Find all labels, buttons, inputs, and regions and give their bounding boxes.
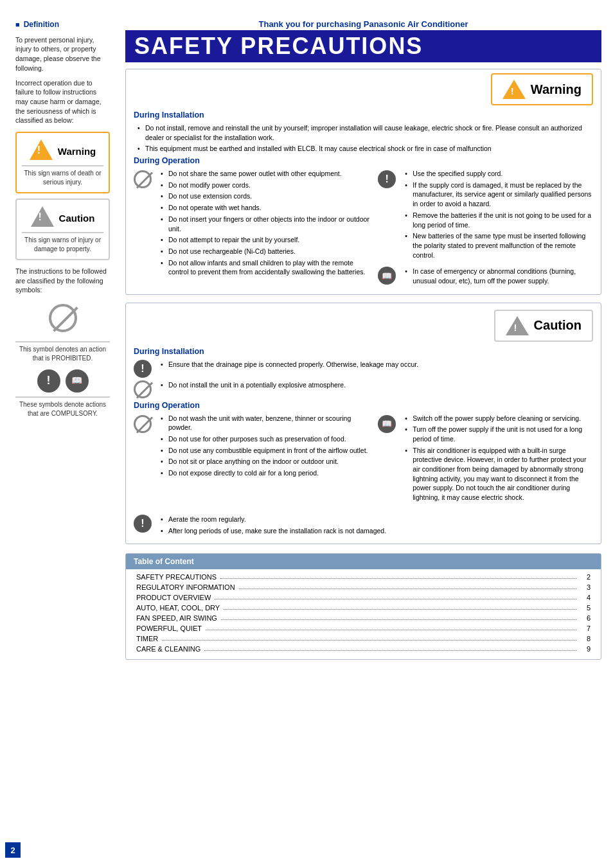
toc-label: POWERFUL, QUIET xyxy=(136,624,202,632)
toc-label: SAFETY PRECAUTIONS xyxy=(136,573,217,581)
toc-row[interactable]: AUTO, HEAT, COOL, DRY5 xyxy=(126,603,601,613)
sidebar-warning-desc: This sign warns of death or serious inju… xyxy=(22,169,103,187)
toc-dots xyxy=(215,594,576,599)
toc-row[interactable]: SAFETY PRECAUTIONS2 xyxy=(126,572,601,582)
list-item: Do not use rechargeable (Ni-Cd) batterie… xyxy=(159,247,370,256)
caution-install-row1: ! Ensure that the drainage pipe is conne… xyxy=(134,360,593,378)
sidebar-caution-desc: This sign warns of injury or damage to p… xyxy=(22,236,103,254)
compulsory-symbol-box: ! 📖 These symbols denote actions that ar… xyxy=(15,369,110,418)
list-item: Do not modify power cords. xyxy=(159,181,370,190)
caution-op-left-icon-row: Do not wash the unit with water, benzene… xyxy=(134,414,370,480)
prohibited-icon-warning xyxy=(134,170,152,188)
definition-text2: Incorrect operation due to failure to fo… xyxy=(15,78,110,125)
list-item: In case of emergency or abnormal conditi… xyxy=(404,267,593,285)
toc-label: TIMER xyxy=(136,635,158,642)
list-item: Aerate the room regularly. xyxy=(159,515,386,524)
caution-op-right-icon-row: 📖 Switch off the power supply before cle… xyxy=(378,414,593,504)
warning-install-list: Do not install, remove and reinstall the… xyxy=(134,123,593,154)
toc-dots xyxy=(221,614,576,620)
list-item: Do not sit or place anything on the indo… xyxy=(159,457,370,466)
toc-dots xyxy=(206,624,576,630)
list-item: Do not wash the unit with water, benzene… xyxy=(159,414,370,432)
caution-install-bullet1: Ensure that the drainage pipe is connect… xyxy=(157,360,593,371)
toc-page-num: 2 xyxy=(580,573,591,581)
toc-dots xyxy=(162,635,576,641)
toc-label: FAN SPEED, AIR SWING xyxy=(136,614,217,622)
list-item: This air conditioner is equipped with a … xyxy=(404,446,593,502)
list-item: Use the specified supply cord. xyxy=(404,169,593,179)
caution-op-left-list: Do not wash the unit with water, benzene… xyxy=(157,414,370,480)
warning-op-right-list: Use the specified supply cord.If the sup… xyxy=(401,169,593,261)
caution-excl-icon2: ! xyxy=(134,515,152,533)
list-item: Ensure that the drainage pipe is connect… xyxy=(159,360,593,369)
toc-page-num: 9 xyxy=(580,645,591,653)
list-item: After long periods of use, make sure the… xyxy=(159,526,386,536)
warning-operation-heading: During Operation xyxy=(134,156,593,165)
warning-operation-cols: Do not share the same power outlet with … xyxy=(134,169,593,288)
table-of-content: Table of Content SAFETY PRECAUTIONS2REGU… xyxy=(125,553,601,660)
page-title: SAFETY PRECAUTIONS xyxy=(125,30,601,62)
caution-bottom-row: ! Aerate the room regularly.After long p… xyxy=(134,515,593,537)
prohibited-symbol-box: This symbol denotes an action that is PR… xyxy=(15,301,110,363)
toc-page-num: 3 xyxy=(580,583,591,591)
warning-triangle-icon xyxy=(30,139,53,160)
list-item: Do not insert your fingers or other obje… xyxy=(159,215,370,233)
warning-op-right-bottom-list: In case of emergency or abnormal conditi… xyxy=(401,267,593,287)
warning-install-heading: During Installation xyxy=(134,111,593,120)
list-item: Turn off the power supply if the unit is… xyxy=(404,425,593,443)
main-content: Thank you for purchasing Panasonic Air C… xyxy=(119,13,613,855)
toc-label: AUTO, HEAT, COOL, DRY xyxy=(136,604,220,612)
list-item: If the supply cord is damaged, it must b… xyxy=(404,181,593,209)
prohibited-circle-icon xyxy=(49,304,77,332)
caution-operation-cols: Do not wash the unit with water, benzene… xyxy=(134,414,593,508)
toc-row[interactable]: FAN SPEED, AIR SWING6 xyxy=(126,613,601,623)
caution-install-bullet2: Do not install the unit in a potentially… xyxy=(157,380,593,392)
book-icon-caution: 📖 xyxy=(378,415,396,433)
list-item: Do not use any combustible equipment in … xyxy=(159,446,370,456)
warning-section: Warning During Installation Do not insta… xyxy=(125,69,601,295)
warning-badge: Warning xyxy=(491,73,593,105)
toc-dots xyxy=(224,604,576,610)
caution-op-left: Do not wash the unit with water, benzene… xyxy=(134,414,370,508)
toc-row[interactable]: CARE & CLEANING9 xyxy=(126,644,601,654)
definition-title: Definition xyxy=(15,19,110,30)
toc-label: CARE & CLEANING xyxy=(136,645,200,653)
warning-badge-label: Warning xyxy=(531,82,582,97)
toc-dots xyxy=(239,583,576,589)
toc-row[interactable]: TIMER8 xyxy=(126,633,601,644)
sidebar: Definition To prevent personal injury, i… xyxy=(0,13,119,855)
toc-label: REGULATORY INFORMATION xyxy=(136,583,235,591)
book-circle-icon: 📖 xyxy=(66,369,89,393)
list-item: Do not install, remove and reinstall the… xyxy=(136,123,593,142)
sidebar-caution-box: Caution This sign warns of injury or dam… xyxy=(15,199,110,260)
toc-page-num: 5 xyxy=(580,604,591,612)
caution-excl-icon1: ! xyxy=(134,360,152,378)
caution-prohib-icon1 xyxy=(134,380,152,398)
warning-op-left-list: Do not share the same power outlet with … xyxy=(157,169,370,279)
prohibited-desc: This symbol denotes an action that is PR… xyxy=(15,345,110,363)
list-item: Remove the batteries if the unit is not … xyxy=(404,211,593,229)
caution-triangle-icon xyxy=(31,206,54,227)
list-item: Do not use for other purposes such as pr… xyxy=(159,434,370,444)
toc-row[interactable]: PRODUCT OVERVIEW4 xyxy=(126,592,601,603)
list-item: New batteries of the same type must be i… xyxy=(404,231,593,260)
caution-badge: Caution xyxy=(494,310,593,342)
warning-op-left: Do not share the same power outlet with … xyxy=(134,169,370,288)
toc-label: PRODUCT OVERVIEW xyxy=(136,594,211,601)
exclamation-circle-icon: ! xyxy=(37,369,60,393)
caution-prohib-icon2 xyxy=(134,415,152,433)
sidebar-warning-box: Warning This sign warns of death or seri… xyxy=(15,132,110,193)
toc-row[interactable]: POWERFUL, QUIET7 xyxy=(126,623,601,633)
caution-bottom-list: Aerate the room regularly.After long per… xyxy=(157,515,386,537)
toc-page-num: 7 xyxy=(580,624,591,632)
toc-row[interactable]: REGULATORY INFORMATION3 xyxy=(126,582,601,592)
list-item: Do not use extension cords. xyxy=(159,191,370,201)
warning-op-right-bottom: 📖 In case of emergency or abnormal condi… xyxy=(378,267,593,287)
toc-dots xyxy=(204,645,576,651)
sidebar-caution-label: Caution xyxy=(59,211,95,225)
list-item: This equipment must be earthed and insta… xyxy=(136,144,593,154)
caution-op-right: 📖 Switch off the power supply before cle… xyxy=(378,414,593,508)
sidebar-warning-label: Warning xyxy=(58,145,96,158)
toc-page-num: 6 xyxy=(580,614,591,622)
book-icon-warning: 📖 xyxy=(378,267,396,285)
